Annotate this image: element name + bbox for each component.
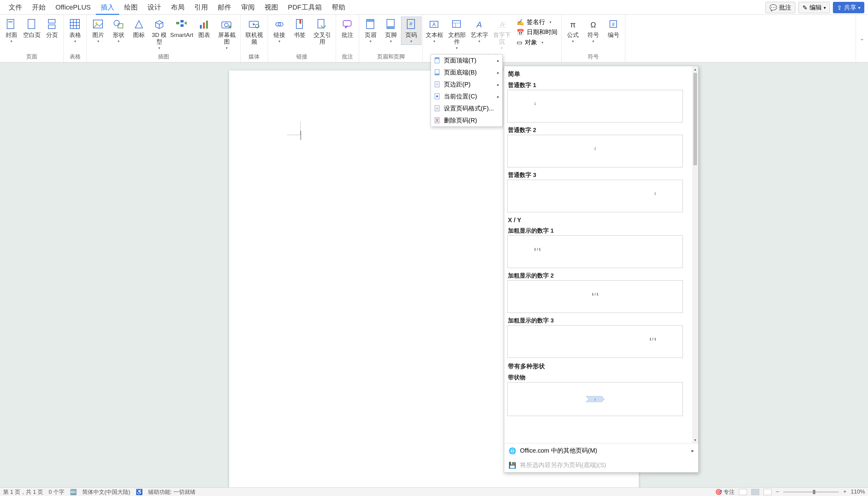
zoom-value[interactable]: 110% bbox=[851, 489, 865, 495]
gallery-item-plain-1[interactable]: 1 bbox=[507, 90, 683, 122]
svg-text:#: # bbox=[612, 22, 615, 27]
gallery-item-bold-2[interactable]: 1 / 1 bbox=[507, 280, 683, 313]
shapes-button[interactable]: 形状 ▾ bbox=[108, 17, 129, 45]
video-icon bbox=[248, 18, 260, 30]
date-time-button[interactable]: 📅 日期和时间 bbox=[517, 28, 557, 36]
tab-references[interactable]: 引用 bbox=[190, 0, 213, 15]
gallery-item-bold-3[interactable]: 1 / 1 bbox=[507, 325, 683, 358]
scroll-up-icon[interactable]: ▴ bbox=[694, 66, 696, 72]
signature-line-button[interactable]: ✍ 签名行 ▾ bbox=[517, 18, 557, 26]
status-language[interactable]: 简体中文(中国大陆) bbox=[82, 488, 130, 496]
svg-rect-4 bbox=[48, 25, 55, 29]
menu-remove-page-number[interactable]: 删除页码(R) bbox=[431, 114, 503, 126]
cover-page-button[interactable]: 封面 ▾ bbox=[1, 17, 21, 45]
gallery-item-plain-3[interactable]: 1 bbox=[507, 180, 683, 212]
cover-page-icon bbox=[5, 18, 17, 30]
number-button[interactable]: # 编号 bbox=[603, 17, 624, 40]
3d-models-button[interactable]: 3D 模型 ▾ bbox=[149, 17, 169, 52]
blank-page-button[interactable]: 空白页 bbox=[21, 17, 42, 40]
footer-button[interactable]: 页脚 ▾ bbox=[381, 17, 401, 45]
svg-text:#: # bbox=[436, 107, 438, 111]
chart-button[interactable]: 图表 bbox=[194, 17, 214, 40]
page-break-button[interactable]: 分页 bbox=[42, 17, 62, 40]
tab-officeplus[interactable]: OfficePLUS bbox=[50, 0, 96, 15]
wordart-button[interactable]: A 艺术字 ▾ bbox=[469, 17, 490, 45]
status-word-count[interactable]: 0 个字 bbox=[49, 488, 64, 496]
tab-mailings[interactable]: 邮件 bbox=[213, 0, 236, 15]
textbox-button[interactable]: A 文本框 ▾ bbox=[424, 17, 445, 45]
menu-top-of-page[interactable]: 页面顶端(T) ▸ bbox=[431, 55, 503, 66]
quick-parts-button[interactable]: 文档部件 ▾ bbox=[445, 17, 469, 52]
symbol-button[interactable]: Ω 符号 ▾ bbox=[583, 17, 603, 45]
header-button[interactable]: 页眉 ▾ bbox=[360, 17, 381, 45]
tab-layout[interactable]: 布局 bbox=[166, 0, 190, 15]
shapes-icon bbox=[113, 18, 125, 30]
gallery-item-bold-1[interactable]: 1 / 1 bbox=[507, 235, 683, 268]
chevron-right-icon: ▸ bbox=[691, 448, 694, 453]
preview-number: 1 / 1 bbox=[592, 292, 598, 296]
tab-pdftools[interactable]: PDF工具箱 bbox=[283, 0, 327, 15]
gallery-item-plain-3-label: 普通数字 3 bbox=[507, 169, 696, 180]
read-mode-button[interactable] bbox=[739, 489, 747, 495]
menu-format-page-number[interactable]: # 设置页码格式(F)... bbox=[431, 103, 503, 114]
cross-reference-button[interactable]: 交叉引用 bbox=[310, 17, 334, 47]
tab-help[interactable]: 帮助 bbox=[327, 0, 350, 15]
menu-current-position[interactable]: 当前位置(C) ▸ bbox=[431, 91, 503, 103]
gallery-item-bold-2-label: 加粗显示的数字 2 bbox=[507, 270, 696, 280]
link-button[interactable]: 链接 ▾ bbox=[269, 17, 289, 45]
scroll-down-icon[interactable]: ▾ bbox=[694, 437, 696, 443]
comment-button[interactable]: 批注 bbox=[337, 17, 358, 40]
status-accessibility[interactable]: 辅助功能: 一切就绪 bbox=[148, 488, 196, 496]
status-spellcheck-icon[interactable]: 🔤 bbox=[70, 489, 77, 495]
tab-file[interactable]: 文件 bbox=[4, 0, 27, 15]
menu-label: 页面底端(B) bbox=[444, 68, 477, 77]
menu-bottom-of-page[interactable]: 页面底端(B) ▸ bbox=[431, 66, 503, 78]
comments-button[interactable]: 💬 批注 bbox=[765, 2, 795, 13]
zoom-slider[interactable] bbox=[783, 491, 839, 493]
chevron-down-icon: ▾ bbox=[226, 46, 228, 50]
screenshot-label: 屏幕截图 bbox=[215, 32, 238, 45]
zoom-out-button[interactable]: − bbox=[776, 489, 779, 495]
gallery-more-office[interactable]: 🌐 Office.com 中的其他页码(M) ▸ bbox=[504, 444, 698, 458]
ribbon-expand-button[interactable]: ⌄ bbox=[856, 15, 868, 62]
svg-rect-23 bbox=[203, 22, 205, 29]
table-button[interactable]: 表格 ▾ bbox=[65, 17, 85, 45]
zoom-slider-knob[interactable] bbox=[813, 490, 815, 494]
group-illustrations: 图片 ▾ 形状 ▾ 图标 3D 模型 ▾ SmartArt bbox=[87, 15, 241, 62]
print-layout-button[interactable] bbox=[751, 489, 759, 495]
tab-home[interactable]: 开始 bbox=[27, 0, 50, 15]
gallery-scrollbar[interactable]: ▴ ▾ bbox=[692, 66, 698, 443]
status-page-info[interactable]: 第 1 页，共 1 页 bbox=[3, 488, 43, 496]
tab-review[interactable]: 审阅 bbox=[236, 0, 260, 15]
bookmark-button[interactable]: 书签 bbox=[289, 17, 310, 40]
gallery-item-plain-2[interactable]: 1 bbox=[507, 135, 683, 167]
statusbar: 第 1 页，共 1 页 0 个字 🔤 简体中文(中国大陆) ♿ 辅助功能: 一切… bbox=[0, 487, 868, 496]
zoom-in-button[interactable]: + bbox=[843, 489, 847, 495]
page-break-icon bbox=[46, 18, 58, 30]
share-button[interactable]: ⇪ 共享 ▾ bbox=[833, 2, 864, 13]
web-layout-button[interactable] bbox=[764, 489, 772, 495]
chevron-down-icon: ▾ bbox=[858, 5, 860, 10]
tab-view[interactable]: 视图 bbox=[260, 0, 283, 15]
tab-draw[interactable]: 绘图 bbox=[119, 0, 143, 15]
focus-mode-button[interactable]: 🎯 专注 bbox=[715, 488, 735, 496]
screenshot-button[interactable]: + 屏幕截图 ▾ bbox=[214, 17, 239, 52]
page-number-button[interactable]: # 页码 ▾ bbox=[401, 17, 421, 45]
tab-insert[interactable]: 插入 bbox=[96, 0, 119, 15]
icons-button[interactable]: 图标 bbox=[129, 17, 149, 40]
tab-design[interactable]: 设计 bbox=[143, 0, 166, 15]
chevron-down-icon: ▾ bbox=[572, 39, 574, 43]
online-video-button[interactable]: 联机视频 bbox=[242, 17, 267, 47]
svg-rect-2 bbox=[28, 19, 35, 29]
object-button[interactable]: ▭ 对象 ▾ bbox=[517, 38, 557, 46]
drop-cap-button[interactable]: A 首字下沉 ▾ bbox=[490, 17, 514, 52]
gallery-item-ribbon[interactable]: 1 bbox=[507, 382, 683, 416]
page-number-icon: # bbox=[405, 18, 417, 30]
smartart-button[interactable]: SmartArt bbox=[169, 17, 194, 40]
menu-page-margins[interactable]: # 页边距(P) ▸ bbox=[431, 78, 503, 91]
scroll-thumb[interactable] bbox=[693, 73, 697, 165]
editing-mode-button[interactable]: ✎ 编辑 ▾ bbox=[798, 2, 830, 13]
menu-label: 当前位置(C) bbox=[444, 92, 477, 100]
pictures-button[interactable]: 图片 ▾ bbox=[88, 17, 108, 45]
equation-button[interactable]: π 公式 ▾ bbox=[563, 17, 583, 45]
